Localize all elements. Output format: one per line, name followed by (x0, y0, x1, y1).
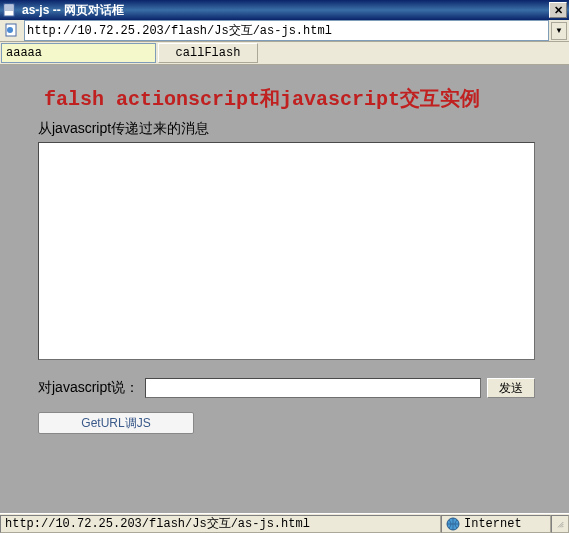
window-title: as-js -- 网页对话框 (22, 2, 549, 19)
ie-page-icon (2, 2, 18, 18)
close-button[interactable]: ✕ (549, 2, 567, 18)
address-url[interactable]: http://10.72.25.203/flash/Js交互/as-js.htm… (24, 20, 549, 41)
toolbar: callFlash (0, 42, 569, 65)
ie-page-icon (5, 23, 21, 39)
message-display (38, 142, 535, 360)
resize-grip[interactable] (551, 515, 569, 533)
message-label: 从javascript传递过来的消息 (8, 118, 561, 142)
flash-input[interactable] (1, 43, 156, 63)
globe-icon (446, 517, 460, 531)
send-input[interactable] (145, 378, 481, 398)
window-titlebar: as-js -- 网页对话框 ✕ (0, 0, 569, 20)
send-label: 对javascript说： (38, 379, 139, 397)
status-url: http://10.72.25.203/flash/Js交互/as-js.htm… (0, 515, 441, 533)
geturl-button[interactable]: GetURL调JS (38, 412, 194, 434)
address-dropdown[interactable]: ▼ (551, 22, 567, 40)
geturl-row: GetURL调JS (8, 398, 561, 434)
content-area: falsh actionscript和javascript交互实例 从javas… (0, 65, 569, 519)
status-zone-label: Internet (464, 517, 522, 531)
status-bar: http://10.72.25.203/flash/Js交互/as-js.htm… (0, 513, 569, 533)
status-zone: Internet (441, 515, 551, 533)
svg-point-2 (7, 27, 13, 33)
address-bar: http://10.72.25.203/flash/Js交互/as-js.htm… (0, 20, 569, 42)
callflash-button[interactable]: callFlash (158, 43, 258, 63)
send-row: 对javascript说： 发送 (8, 360, 561, 398)
page-heading: falsh actionscript和javascript交互实例 (8, 73, 561, 118)
send-button[interactable]: 发送 (487, 378, 535, 398)
